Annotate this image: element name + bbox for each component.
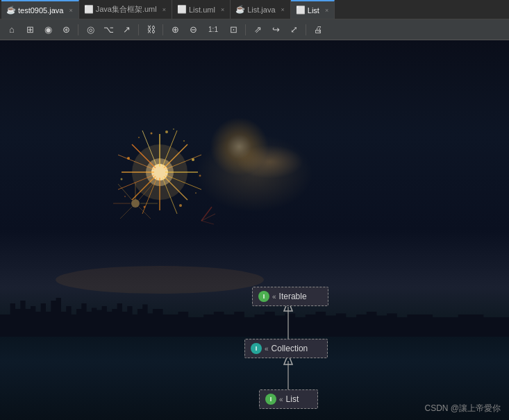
uml-icon-collection: I (251, 343, 262, 354)
tab-close-java-collection[interactable]: × (162, 6, 166, 13)
tab-icon-java-collection: ⬜ (85, 6, 93, 14)
pin-button[interactable]: ⊛ (58, 22, 74, 37)
tab-label-list: List (308, 6, 319, 15)
toolbar-separator-4 (245, 24, 246, 35)
reset-zoom-button[interactable]: 1:1 (203, 22, 223, 37)
tab-icon-list: ⬜ (297, 6, 305, 15)
tab-label-test0905: test0905.java (18, 6, 63, 15)
uml-node-collection[interactable]: I « Collection (244, 339, 328, 358)
tab-close-test0905[interactable]: × (69, 7, 72, 14)
uml-sublabel-list: « (279, 396, 283, 403)
canvas: I « Iterable I « Collection I « List CSD… (0, 40, 509, 420)
export-button[interactable]: ↪ (268, 22, 283, 37)
zoom-in-button[interactable]: ⊕ (167, 22, 183, 37)
fit-button[interactable]: ⊡ (226, 22, 241, 37)
module-button[interactable]: ⊞ (22, 22, 37, 37)
filter-button[interactable]: ⌥ (101, 22, 116, 37)
print-button[interactable]: 🖨 (310, 22, 326, 37)
toolbar-separator-3 (162, 24, 163, 35)
share-button[interactable]: ⇗ (250, 22, 265, 37)
uml-label-list: List (286, 394, 299, 404)
tab-label-list-java: List.java (247, 6, 275, 14)
tab-icon-list-java: ☕ (236, 6, 244, 14)
toolbar: ⌂ ⊞ ◉ ⊛ ◎ ⌥ ↗ ⛓ ⊕ ⊖ 1:1 ⊡ ⇗ ↪ ⤢ 🖨 (0, 19, 509, 40)
tab-list-java[interactable]: ☕ List.java × (231, 0, 291, 19)
toolbar-separator-1 (78, 24, 78, 35)
uml-sublabel-iterable: « (272, 293, 276, 301)
tab-icon-list-uml: ⬜ (178, 6, 186, 14)
link-button[interactable]: ⛓ (143, 22, 158, 37)
tab-close-list-java[interactable]: × (281, 6, 285, 13)
watermark-text: CSDN @讓上帝愛你 (424, 403, 501, 413)
tab-bar: ☕ test0905.java × ⬜ Java集合框架.uml × ⬜ Lis… (0, 0, 509, 19)
toolbar-separator-2 (138, 24, 139, 35)
tab-list-uml[interactable]: ⬜ List.uml × (172, 0, 231, 19)
tab-close-list[interactable]: × (325, 7, 328, 14)
uml-sublabel-collection: « (265, 345, 269, 353)
arrow-button[interactable]: ↗ (119, 22, 134, 37)
expand-button[interactable]: ⤢ (286, 22, 301, 37)
toolbar-separator-5 (306, 24, 306, 35)
uml-label-collection: Collection (272, 344, 308, 353)
tab-label-list-uml: List.uml (189, 6, 215, 14)
bookmark-button[interactable]: ◉ (40, 22, 56, 37)
eye-button[interactable]: ◎ (83, 22, 98, 37)
watermark: CSDN @讓上帝愛你 (424, 403, 501, 414)
uml-label-iterable: Iterable (279, 292, 307, 301)
tab-icon-test0905: ☕ (7, 6, 15, 15)
tab-label-java-collection: Java集合框架.uml (96, 4, 157, 15)
uml-icon-list: I (265, 394, 276, 405)
uml-node-iterable[interactable]: I « Iterable (252, 287, 328, 306)
tab-close-list-uml[interactable]: × (221, 6, 224, 13)
uml-node-list[interactable]: I « List (259, 389, 318, 409)
uml-icon-iterable: I (258, 291, 269, 302)
zoom-out-button[interactable]: ⊖ (185, 22, 201, 37)
tab-list[interactable]: ⬜ List × (291, 0, 335, 19)
tab-java-collection[interactable]: ⬜ Java集合框架.uml × (79, 0, 172, 19)
tab-test0905[interactable]: ☕ test0905.java × (1, 0, 79, 19)
home-button[interactable]: ⌂ (4, 22, 19, 37)
